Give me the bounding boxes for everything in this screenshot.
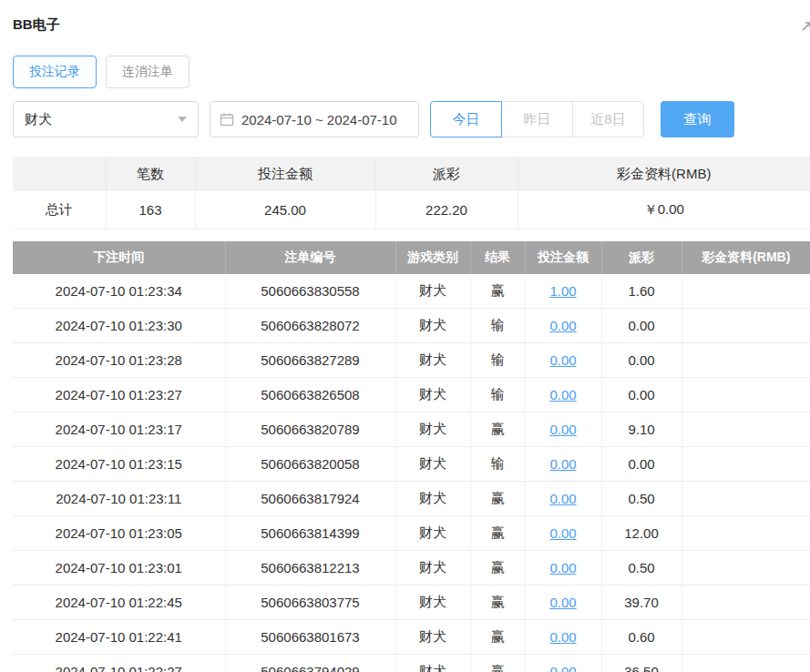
quick-yesterday-button[interactable]: 昨日 xyxy=(501,101,573,137)
bet-amount-cell: 0.00 xyxy=(525,482,601,516)
bet-amount-link[interactable]: 0.00 xyxy=(549,560,576,575)
order-id-cell: 5060663820789 xyxy=(225,412,395,447)
calendar-icon xyxy=(220,112,234,127)
bonus-cell xyxy=(682,620,810,655)
table-row: 2024-07-10 01:23:345060663830558财犬赢1.001… xyxy=(13,274,810,309)
payout-cell: 1.60 xyxy=(601,274,682,309)
game-select[interactable]: 财犬 xyxy=(13,101,199,137)
bonus-cell xyxy=(682,343,810,378)
order-id-cell: 5060663801673 xyxy=(225,620,395,655)
game-type-cell: 财犬 xyxy=(395,551,470,585)
bet-amount-link[interactable]: 0.00 xyxy=(549,629,576,645)
bet-amount-cell: 0.00 xyxy=(525,655,601,672)
order-id-cell: 5060663814399 xyxy=(225,516,395,551)
game-type-cell: 财犬 xyxy=(395,655,470,672)
bet-amount-link[interactable]: 0.00 xyxy=(549,387,576,402)
result-cell: 赢 xyxy=(470,655,525,672)
quick-date-group: 今日 昨日 近8日 xyxy=(430,101,644,137)
result-cell: 赢 xyxy=(470,585,525,620)
header-bonus: 彩金资料(RMB) xyxy=(682,241,810,274)
game-type-cell: 财犬 xyxy=(395,447,470,482)
order-id-cell: 5060663820058 xyxy=(225,447,395,482)
bet-time-cell: 2024-07-10 01:23:15 xyxy=(13,447,225,482)
bet-amount-cell: 0.00 xyxy=(525,516,601,551)
result-cell: 输 xyxy=(470,447,525,482)
close-icon[interactable] xyxy=(800,20,810,33)
search-button[interactable]: 查询 xyxy=(661,101,734,137)
bet-time-cell: 2024-07-10 01:23:27 xyxy=(13,378,225,412)
game-type-cell: 财犬 xyxy=(395,343,470,378)
bet-amount-link[interactable]: 0.00 xyxy=(549,664,576,672)
table-row: 2024-07-10 01:23:055060663814399财犬赢0.001… xyxy=(13,516,810,551)
table-row: 2024-07-10 01:22:275060663794029财犬赢0.003… xyxy=(13,655,810,672)
game-type-cell: 财犬 xyxy=(395,309,470,343)
result-cell: 赢 xyxy=(470,412,525,447)
bonus-cell xyxy=(682,378,810,412)
bet-amount-link[interactable]: 1.00 xyxy=(549,283,576,299)
payout-cell: 0.00 xyxy=(601,378,682,412)
table-row: 2024-07-10 01:22:455060663803775财犬赢0.003… xyxy=(13,585,810,620)
summary-total-bonus: ￥0.00 xyxy=(518,191,810,229)
order-id-cell: 5060663826508 xyxy=(225,378,395,412)
bet-records-table: 下注时间 注单编号 游戏类别 结果 投注金额 派彩 彩金资料(RMB) 2024… xyxy=(13,241,810,672)
table-row: 2024-07-10 01:22:415060663801673财犬赢0.000… xyxy=(13,620,810,655)
summary-table: 笔数 投注金额 派彩 彩金资料(RMB) 总计 163 245.00 222.2… xyxy=(13,157,810,229)
summary-header-bonus: 彩金资料(RMB) xyxy=(518,157,810,191)
bet-time-cell: 2024-07-10 01:23:01 xyxy=(13,551,225,585)
quick-today-button[interactable]: 今日 xyxy=(430,101,502,137)
bet-amount-link[interactable]: 0.00 xyxy=(549,491,576,506)
bet-time-cell: 2024-07-10 01:23:30 xyxy=(13,309,225,343)
summary-header-row: 笔数 投注金额 派彩 彩金资料(RMB) xyxy=(13,157,810,191)
table-row: 2024-07-10 01:23:155060663820058财犬输0.000… xyxy=(13,447,810,482)
payout-cell: 12.00 xyxy=(601,516,682,551)
bet-amount-cell: 0.00 xyxy=(525,412,601,447)
payout-cell: 0.00 xyxy=(601,447,682,482)
game-type-cell: 财犬 xyxy=(395,378,470,412)
bonus-cell xyxy=(682,516,810,551)
table-row: 2024-07-10 01:23:175060663820789财犬赢0.009… xyxy=(13,412,810,447)
bet-time-cell: 2024-07-10 01:22:45 xyxy=(13,585,225,620)
game-type-cell: 财犬 xyxy=(395,482,470,516)
bonus-cell xyxy=(682,585,810,620)
order-id-cell: 5060663830558 xyxy=(225,274,395,309)
bet-amount-cell: 0.00 xyxy=(525,620,601,655)
game-type-cell: 财犬 xyxy=(395,516,470,551)
summary-header-bet-amount: 投注金额 xyxy=(195,157,375,191)
payout-cell: 36.50 xyxy=(601,655,682,672)
title-row: BB电子 xyxy=(13,16,810,34)
page-title: BB电子 xyxy=(13,16,60,34)
game-select-value: 财犬 xyxy=(25,111,52,128)
bet-amount-cell: 0.00 xyxy=(525,585,601,620)
game-type-cell: 财犬 xyxy=(395,274,470,309)
bet-amount-link[interactable]: 0.00 xyxy=(549,456,576,472)
bet-time-cell: 2024-07-10 01:23:34 xyxy=(13,274,225,309)
bet-amount-link[interactable]: 0.00 xyxy=(549,318,576,333)
bet-amount-link[interactable]: 0.00 xyxy=(549,525,576,541)
bet-amount-link[interactable]: 0.00 xyxy=(549,352,576,368)
header-payout: 派彩 xyxy=(601,241,682,274)
bet-time-cell: 2024-07-10 01:23:11 xyxy=(13,482,225,516)
order-id-cell: 5060663803775 xyxy=(225,585,395,620)
date-range-input[interactable]: 2024-07-10 ~ 2024-07-10 xyxy=(210,101,419,137)
quick-last8days-button[interactable]: 近8日 xyxy=(572,101,644,137)
bonus-cell xyxy=(682,655,810,672)
bet-amount-link[interactable]: 0.00 xyxy=(549,595,576,610)
bet-table-body: 2024-07-10 01:23:345060663830558财犬赢1.001… xyxy=(13,274,810,672)
bonus-cell xyxy=(682,447,810,482)
bet-amount-link[interactable]: 0.00 xyxy=(549,422,576,437)
bet-time-cell: 2024-07-10 01:22:41 xyxy=(13,620,225,655)
result-cell: 赢 xyxy=(470,620,525,655)
tab-cancelled-orders[interactable]: 连消注单 xyxy=(106,56,190,88)
tab-bet-records[interactable]: 投注记录 xyxy=(13,56,97,88)
payout-cell: 0.60 xyxy=(601,620,682,655)
bet-amount-cell: 1.00 xyxy=(525,274,601,309)
order-id-cell: 5060663828072 xyxy=(225,309,395,343)
header-order-id: 注单编号 xyxy=(225,241,395,274)
result-cell: 赢 xyxy=(470,274,525,309)
bet-time-cell: 2024-07-10 01:23:05 xyxy=(13,516,225,551)
summary-total-count: 163 xyxy=(106,191,195,229)
header-bet-time: 下注时间 xyxy=(13,241,225,274)
payout-cell: 39.70 xyxy=(601,585,682,620)
date-range-value: 2024-07-10 ~ 2024-07-10 xyxy=(241,112,397,127)
payout-cell: 0.00 xyxy=(601,343,682,378)
